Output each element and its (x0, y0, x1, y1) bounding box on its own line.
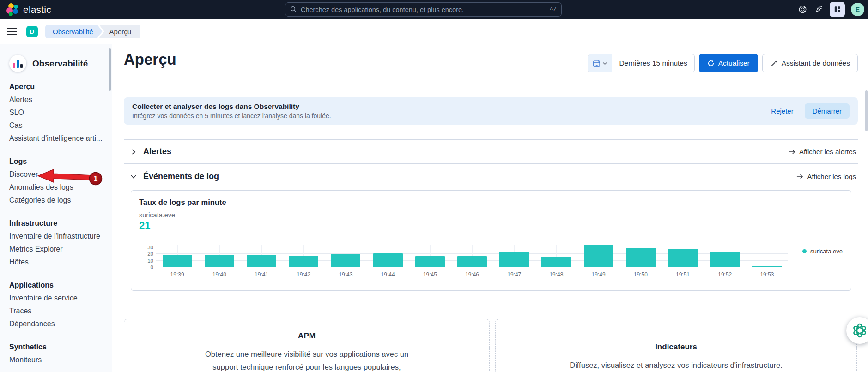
x-axis-tick: 19:53 (760, 271, 774, 278)
logs-callout-banner: Collecter et analyser des logs dans Obse… (124, 97, 858, 125)
log-events-section-title: Événements de log (143, 172, 219, 181)
x-axis-tick: 19:43 (339, 271, 352, 278)
bar-19:47[interactable] (499, 252, 529, 267)
banner-subtitle: Intégrez vos données en 5 minutes et lan… (132, 112, 331, 120)
chart-slot: 19:42 (283, 245, 325, 267)
x-axis-tick: 19:48 (549, 271, 563, 278)
chart-slot: 19:53 (746, 245, 788, 267)
chart-slot: 19:46 (451, 245, 493, 267)
time-range-display[interactable]: Dernières 15 minutes (612, 54, 694, 72)
sidebar-item-anomalies-des-logs[interactable]: Anomalies des logs (9, 181, 112, 194)
space-badge[interactable]: D (26, 26, 38, 37)
x-axis-tick: 19:50 (634, 271, 648, 278)
sidebar-item-dependances[interactable]: Dépendances (9, 318, 112, 330)
chart-slot: 19:50 (619, 245, 662, 267)
bar-19:50[interactable] (626, 248, 656, 267)
bar-19:40[interactable] (205, 255, 234, 267)
chart-slot: 19:52 (704, 245, 746, 267)
chart-title: Taux de logs par minute (139, 198, 226, 207)
chart-slot: 19:44 (367, 245, 409, 267)
apps-icon[interactable] (830, 2, 845, 17)
chevron-right-icon (130, 149, 137, 155)
y-axis-tick: 10 (141, 258, 153, 264)
sidebar-item-moniteurs[interactable]: Moniteurs (9, 354, 112, 366)
chart-slot: 19:39 (156, 245, 198, 267)
sidebar-item-cas[interactable]: Cas (9, 119, 112, 132)
refresh-icon (707, 60, 715, 67)
sidebar-group-infrastructure: Infrastructure (9, 217, 112, 230)
newsfeed-icon[interactable] (813, 5, 824, 15)
y-axis-tick: 20 (141, 251, 153, 257)
search-shortcut-hint: ^/ (550, 6, 557, 13)
metrics-panel-body: Diffusez, visualisez et analysez vos ind… (547, 359, 806, 372)
show-alerts-link[interactable]: Afficher les alertes (789, 148, 858, 156)
bar-19:51[interactable] (668, 249, 698, 267)
date-picker: Dernières 15 minutes (588, 54, 694, 72)
bar-19:41[interactable] (247, 255, 276, 267)
menu-icon[interactable] (7, 28, 17, 35)
sidebar-item-metrics-explorer[interactable]: Metrics Explorer (9, 243, 112, 256)
show-logs-link[interactable]: Afficher les logs (796, 173, 858, 180)
sidebar-item-apercu[interactable]: Aperçu (9, 80, 112, 93)
sidebar-item-traces[interactable]: Traces (9, 305, 112, 318)
sidebar-item-alertes[interactable]: Alertes (9, 93, 112, 106)
sidebar-item-hotes[interactable]: Hôtes (9, 256, 112, 269)
log-events-accordion-toggle[interactable]: Événements de log (124, 172, 219, 181)
alerts-accordion-toggle[interactable]: Alertes (124, 147, 171, 156)
bar-19:39[interactable] (163, 255, 192, 267)
x-axis-tick: 19:41 (255, 271, 268, 278)
sidebar-item-inventaire-de-l-infrastructure[interactable]: Inventaire de l'infrastructure (9, 230, 112, 243)
elastic-logo[interactable]: elastic (6, 0, 51, 19)
data-assistant-button[interactable]: Assistant de données (762, 54, 858, 72)
log-rate-chart-card: Taux de logs par minute suricata.eve 21 … (131, 190, 851, 291)
breadcrumb: Observabilité Aperçu (45, 25, 140, 38)
refresh-label: Actualiser (718, 59, 750, 67)
gridline-x (767, 245, 767, 267)
chart-slot: 19:48 (535, 245, 577, 267)
bar-chart-plot: 010203019:3919:4019:4119:4219:4319:4419:… (156, 245, 788, 267)
chart-current-value: 21 (139, 220, 150, 232)
user-avatar[interactable]: E (851, 3, 864, 16)
sidebar-item-categories-de-logs[interactable]: Catégories de logs (9, 194, 112, 207)
sidebar-item-discover[interactable]: Discover (9, 168, 112, 181)
sidebar-scrollbar[interactable] (109, 48, 111, 91)
start-button[interactable]: Démarrer (805, 103, 850, 119)
bar-19:43[interactable] (331, 254, 360, 267)
sidebar-item-inventaire-de-service[interactable]: Inventaire de service (9, 292, 112, 305)
global-search[interactable]: ^/ (285, 2, 562, 17)
chart-legend-item[interactable]: suricata.eve (802, 248, 843, 255)
bar-19:49[interactable] (584, 245, 613, 267)
bar-19:46[interactable] (457, 256, 487, 267)
bar-19:52[interactable] (710, 252, 740, 267)
calendar-icon (593, 60, 601, 67)
openai-icon (851, 322, 868, 339)
sidebar-item-assistant-d-intelligence-arti[interactable]: Assistant d'intelligence arti... (9, 132, 112, 145)
brand-name: elastic (23, 4, 51, 15)
bar-19:53[interactable] (752, 266, 782, 267)
chart-slot: 19:45 (409, 245, 451, 267)
alerts-section-title: Alertes (143, 147, 171, 156)
x-axis-tick: 19:52 (718, 271, 732, 278)
breadcrumb-overview[interactable]: Aperçu (99, 25, 141, 38)
bar-19:48[interactable] (541, 257, 571, 267)
bar-19:45[interactable] (415, 256, 445, 267)
main-content: Aperçu Dernières 15 minute (112, 44, 868, 372)
breadcrumb-bar: D Observabilité Aperçu Ajouter des donné… (0, 19, 868, 44)
sidebar-title-row: Observabilité (9, 55, 112, 72)
help-icon[interactable] (797, 5, 807, 15)
quick-select-button[interactable] (588, 54, 612, 72)
refresh-button[interactable]: Actualiser (699, 54, 758, 72)
page-scrollbar[interactable] (865, 90, 868, 131)
chevron-down-icon (602, 61, 607, 66)
reject-button[interactable]: Rejeter (771, 107, 793, 115)
page-title: Aperçu (124, 51, 176, 68)
arrow-right-icon (796, 174, 803, 180)
sidebar-item-slo[interactable]: SLO (9, 106, 112, 119)
breadcrumb-observability[interactable]: Observabilité (45, 25, 103, 38)
bar-19:44[interactable] (373, 253, 403, 267)
bar-19:42[interactable] (289, 256, 318, 267)
chart-slot: 19:47 (493, 245, 535, 267)
sidebar-group-synthetics: Synthetics (9, 341, 112, 354)
search-input[interactable] (301, 6, 550, 13)
elastic-observability-overview: elastic ^/ (0, 0, 868, 372)
